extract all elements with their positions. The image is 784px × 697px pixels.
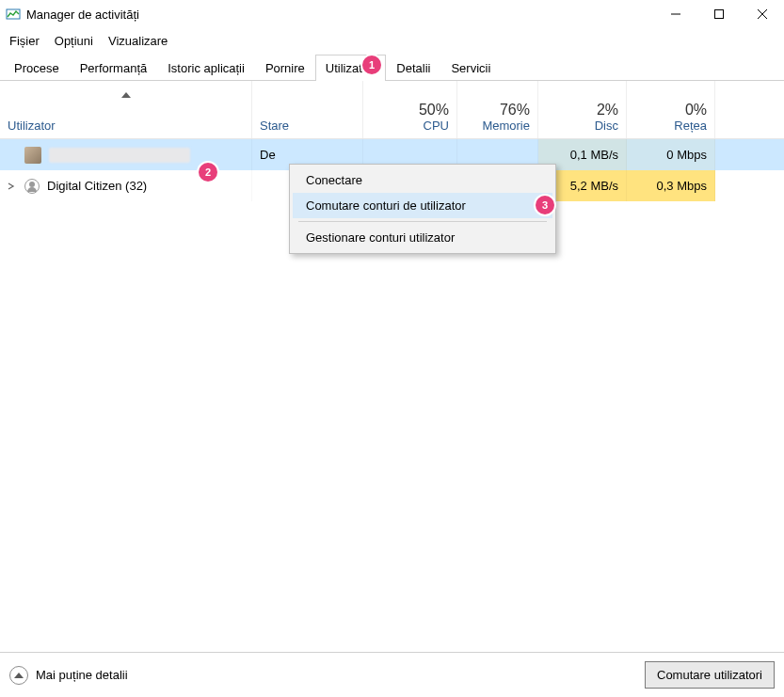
user-icon bbox=[24, 179, 40, 194]
chevron-up-icon[interactable] bbox=[9, 666, 28, 685]
bottom-bar: Mai puține detalii Comutare utilizatori bbox=[0, 652, 784, 697]
avatar bbox=[24, 147, 41, 164]
context-separator bbox=[298, 221, 547, 222]
annotation-badge-2: 2 bbox=[199, 163, 217, 182]
user-name-redacted bbox=[49, 148, 190, 163]
col-disc-pct: 2% bbox=[546, 102, 618, 119]
row-disc: 5,2 MB/s bbox=[570, 179, 618, 193]
col-disc-label: Disc bbox=[546, 119, 618, 133]
col-header-user[interactable]: Utilizator bbox=[0, 81, 252, 138]
col-header-mem[interactable]: 76% Memorie bbox=[457, 81, 538, 138]
col-user-label: Utilizator bbox=[8, 119, 244, 133]
context-manage-users[interactable]: Gestionare conturi utilizator bbox=[293, 225, 552, 250]
col-net-label: Rețea bbox=[634, 119, 707, 133]
tab-app-history[interactable]: Istoric aplicații bbox=[157, 55, 255, 81]
col-header-disc[interactable]: 2% Disc bbox=[538, 81, 627, 138]
col-header-net[interactable]: 0% Rețea bbox=[627, 81, 715, 138]
col-net-pct: 0% bbox=[634, 102, 707, 119]
menu-view[interactable]: Vizualizare bbox=[108, 34, 168, 48]
tab-services[interactable]: Servicii bbox=[440, 55, 501, 81]
window-title: Manager de activități bbox=[26, 8, 139, 22]
context-connect[interactable]: Conectare bbox=[293, 167, 552, 193]
annotation-badge-3: 3 bbox=[536, 196, 554, 214]
sort-asc-icon bbox=[121, 92, 131, 98]
window-controls bbox=[654, 0, 784, 28]
col-cpu-pct: 50% bbox=[371, 102, 449, 119]
close-button[interactable] bbox=[741, 0, 784, 28]
tab-startup[interactable]: Pornire bbox=[255, 55, 315, 81]
table-header: Utilizator Stare 50% CPU 76% Memorie 2% … bbox=[0, 81, 784, 139]
col-cpu-label: CPU bbox=[371, 119, 449, 133]
context-switch-user[interactable]: Comutare conturi de utilizator bbox=[293, 193, 552, 218]
col-mem-label: Memorie bbox=[465, 119, 530, 133]
context-menu: Conectare Comutare conturi de utilizator… bbox=[289, 164, 556, 254]
svg-rect-2 bbox=[715, 10, 724, 19]
col-header-cpu[interactable]: 50% CPU bbox=[363, 81, 457, 138]
menubar: Fișier Opțiuni Vizualizare bbox=[0, 28, 784, 54]
fewer-details-link[interactable]: Mai puține detalii bbox=[36, 668, 128, 682]
col-mem-pct: 76% bbox=[465, 102, 530, 119]
tab-processes[interactable]: Procese bbox=[4, 55, 70, 81]
user-name: Digital Citizen (32) bbox=[47, 179, 147, 193]
col-state-label: Stare bbox=[260, 119, 355, 133]
row-disc: 0,1 MB/s bbox=[570, 148, 618, 162]
row-net: 0 Mbps bbox=[666, 148, 707, 162]
app-icon bbox=[6, 7, 21, 22]
expand-icon[interactable] bbox=[8, 179, 19, 193]
tab-performance[interactable]: Performanță bbox=[70, 55, 158, 81]
tab-details[interactable]: Detalii bbox=[386, 55, 440, 81]
col-header-state[interactable]: Stare bbox=[252, 81, 363, 138]
switch-users-button[interactable]: Comutare utilizatori bbox=[645, 661, 775, 689]
menu-file[interactable]: Fișier bbox=[9, 34, 40, 48]
tab-bar: Procese Performanță Istoric aplicații Po… bbox=[0, 54, 784, 81]
row-state: De bbox=[260, 148, 276, 162]
maximize-button[interactable] bbox=[697, 0, 741, 28]
annotation-badge-1: 1 bbox=[362, 55, 381, 74]
titlebar: Manager de activități bbox=[0, 0, 784, 28]
menu-options[interactable]: Opțiuni bbox=[55, 34, 93, 48]
row-net: 0,3 Mbps bbox=[657, 179, 707, 193]
minimize-button[interactable] bbox=[654, 0, 697, 28]
